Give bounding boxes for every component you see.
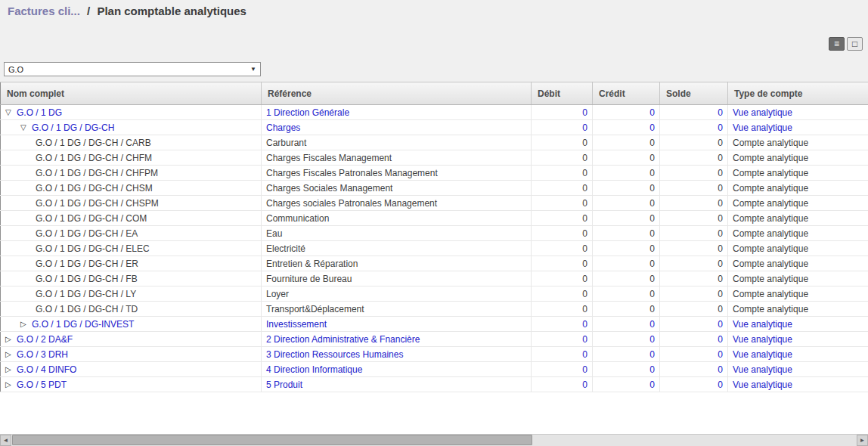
name-cell[interactable]: G.O / 1 DG / DG-CH / CHFM [1,150,262,166]
credit-cell[interactable]: 0 [593,226,660,241]
account-filter-select[interactable]: G.O ▼ [4,62,261,76]
account-name[interactable]: G.O / 1 DG / DG-CH / CARB [36,138,151,148]
account-name[interactable]: G.O / 1 DG / DG-CH / FB [36,274,138,284]
table-row[interactable]: ▷G.O / 1 DG / DG-INVESTInvestissement000… [1,317,868,332]
name-cell[interactable]: ▷G.O / 4 DINFO [1,362,262,377]
debit-cell[interactable]: 0 [532,302,593,317]
table-row[interactable]: G.O / 1 DG / DG-CH / EREntretien & Répar… [1,256,868,271]
scroll-right-icon[interactable]: ► [857,435,868,446]
collapse-toggle-icon[interactable]: ▽ [20,121,32,135]
credit-cell[interactable]: 0 [593,302,660,317]
table-row[interactable]: G.O / 1 DG / DG-CH / CARBCarburant000Com… [1,135,868,150]
credit-cell[interactable]: 0 [593,271,660,286]
column-header-type-de-compte[interactable]: Type de compte [728,82,868,105]
debit-cell[interactable]: 0 [532,271,593,286]
name-cell[interactable]: ▷G.O / 2 DA&F [1,332,262,347]
expand-toggle-icon[interactable]: ▷ [20,317,32,331]
debit-cell[interactable]: 0 [532,286,593,302]
account-type-cell[interactable]: Vue analytique [728,317,868,332]
solde-cell[interactable]: 0 [660,135,728,150]
reference-cell[interactable]: Communication [262,211,532,226]
debit-cell[interactable]: 0 [532,150,593,166]
solde-cell[interactable]: 0 [660,317,728,332]
account-type-cell[interactable]: Compte analytique [728,286,868,302]
table-row[interactable]: G.O / 1 DG / DG-CH / LYLoyer000Compte an… [1,286,868,302]
account-name[interactable]: G.O / 1 DG / DG-CH / CHFM [36,153,152,163]
credit-cell[interactable]: 0 [593,362,660,377]
credit-cell[interactable]: 0 [593,150,660,166]
account-type-cell[interactable]: Vue analytique [728,377,868,392]
solde-cell[interactable]: 0 [660,150,728,166]
credit-cell[interactable]: 0 [593,286,660,302]
reference-cell[interactable]: Charges [262,120,532,135]
account-type-cell[interactable]: Compte analytique [728,150,868,166]
solde-cell[interactable]: 0 [660,377,728,392]
name-cell[interactable]: G.O / 1 DG / DG-CH / ER [1,256,262,271]
debit-cell[interactable]: 0 [532,166,593,181]
name-cell[interactable]: G.O / 1 DG / DG-CH / LY [1,286,262,302]
account-name[interactable]: G.O / 1 DG / DG-CH / ER [36,259,138,269]
name-cell[interactable]: ▷G.O / 5 PDT [1,377,262,392]
account-type-cell[interactable]: Compte analytique [728,135,868,150]
scrollbar-thumb[interactable] [12,435,532,445]
account-type-cell[interactable]: Vue analytique [728,105,868,120]
account-name[interactable]: G.O / 1 DG [17,107,62,118]
reference-cell[interactable]: Fourniture de Bureau [262,271,532,286]
solde-cell[interactable]: 0 [660,211,728,226]
table-row[interactable]: ▽G.O / 1 DG / DG-CHCharges000Vue analyti… [1,120,868,135]
debit-cell[interactable]: 0 [532,135,593,150]
table-row[interactable]: G.O / 1 DG / DG-CH / CHFPMCharges Fiscal… [1,166,868,181]
account-name[interactable]: G.O / 1 DG / DG-CH / COM [36,213,147,224]
debit-cell[interactable]: 0 [532,211,593,226]
solde-cell[interactable]: 0 [660,362,728,377]
column-header-solde[interactable]: Solde [660,82,728,105]
reference-cell[interactable]: Charges Fiscales Patronales Management [262,166,532,181]
credit-cell[interactable]: 0 [593,105,660,120]
reference-cell[interactable]: Carburant [262,135,532,150]
solde-cell[interactable]: 0 [660,347,728,362]
column-header-reference[interactable]: Référence [262,82,532,105]
expand-toggle-icon[interactable]: ▷ [5,378,17,392]
expand-toggle-icon[interactable]: ▷ [5,333,17,346]
table-row[interactable]: G.O / 1 DG / DG-CH / CHSPMCharges social… [1,196,868,211]
reference-cell[interactable]: 2 Direction Administrative & Fnancière [262,332,532,347]
account-name[interactable]: G.O / 1 DG / DG-CH / ELEC [36,243,150,254]
table-row[interactable]: ▷G.O / 4 DINFO4 Direction Informatique00… [1,362,868,377]
debit-cell[interactable]: 0 [532,241,593,256]
credit-cell[interactable]: 0 [593,135,660,150]
table-row[interactable]: G.O / 1 DG / DG-CH / ELECElectricité000C… [1,241,868,256]
list-view-button[interactable]: ≡ [829,37,845,51]
debit-cell[interactable]: 0 [532,377,593,392]
reference-cell[interactable]: Charges sociales Patronales Management [262,196,532,211]
account-name[interactable]: G.O / 1 DG / DG-CH / CHSM [36,183,153,194]
table-row[interactable]: G.O / 1 DG / DG-CH / FBFourniture de Bur… [1,271,868,286]
table-row[interactable]: G.O / 1 DG / DG-CH / CHFMCharges Fiscale… [1,150,868,166]
expand-toggle-icon[interactable]: ▷ [5,363,17,376]
reference-cell[interactable]: Investissement [262,317,532,332]
account-type-cell[interactable]: Compte analytique [728,196,868,211]
debit-cell[interactable]: 0 [532,332,593,347]
debit-cell[interactable]: 0 [532,196,593,211]
solde-cell[interactable]: 0 [660,181,728,196]
solde-cell[interactable]: 0 [660,302,728,317]
account-type-cell[interactable]: Vue analytique [728,347,868,362]
account-type-cell[interactable]: Vue analytique [728,362,868,377]
table-row[interactable]: G.O / 1 DG / DG-CH / EAEau000Compte anal… [1,226,868,241]
table-row[interactable]: ▷G.O / 2 DA&F2 Direction Administrative … [1,332,868,347]
column-header-credit[interactable]: Crédit [593,82,660,105]
account-name[interactable]: G.O / 4 DINFO [17,364,76,375]
credit-cell[interactable]: 0 [593,317,660,332]
table-row[interactable]: ▷G.O / 3 DRH3 Direction Ressources Humai… [1,347,868,362]
name-cell[interactable]: G.O / 1 DG / DG-CH / FB [1,271,262,286]
reference-cell[interactable]: 5 Produit [262,377,532,392]
name-cell[interactable]: G.O / 1 DG / DG-CH / CARB [1,135,262,150]
collapse-toggle-icon[interactable]: ▽ [5,106,17,119]
name-cell[interactable]: G.O / 1 DG / DG-CH / EA [1,226,262,241]
debit-cell[interactable]: 0 [532,317,593,332]
account-name[interactable]: G.O / 1 DG / DG-CH / LY [36,289,136,299]
account-type-cell[interactable]: Vue analytique [728,332,868,347]
credit-cell[interactable]: 0 [593,196,660,211]
table-row[interactable]: ▷G.O / 5 PDT5 Produit000Vue analytique [1,377,868,392]
reference-cell[interactable]: Electricité [262,241,532,256]
account-type-cell[interactable]: Vue analytique [728,120,868,135]
